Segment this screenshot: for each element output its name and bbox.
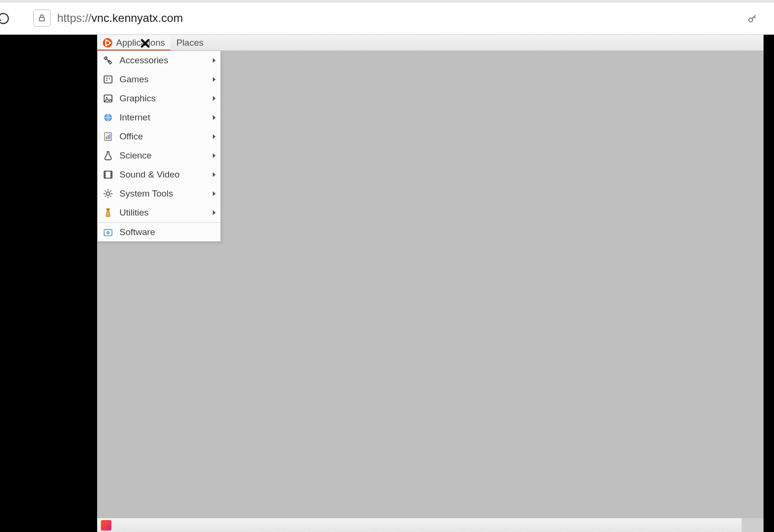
menu-item-science[interactable]: Science — [98, 146, 220, 165]
menu-item-office[interactable]: Office — [98, 127, 220, 146]
svg-point-11 — [106, 97, 108, 99]
svg-rect-16 — [109, 134, 110, 139]
svg-point-1 — [749, 18, 753, 22]
svg-point-9 — [109, 78, 110, 79]
svg-point-8 — [106, 80, 108, 81]
svg-rect-27 — [106, 208, 109, 210]
menu-item-label: Games — [119, 74, 209, 85]
applications-menu-label: Applications — [116, 38, 165, 48]
submenu-arrow-icon — [213, 58, 216, 63]
address-bar[interactable]: https://vnc.kennyatx.com — [57, 11, 183, 25]
svg-point-26 — [106, 192, 109, 195]
submenu-arrow-icon — [213, 210, 216, 215]
menu-item-accessories[interactable]: Accessories — [98, 51, 220, 70]
menu-item-games[interactable]: Games — [98, 70, 220, 89]
menu-item-label: Sound & Video — [119, 169, 209, 180]
menu-item-label: Utilities — [119, 207, 209, 218]
reload-icon — [0, 12, 10, 25]
svg-point-25 — [111, 177, 112, 177]
svg-point-4 — [109, 42, 111, 44]
svg-rect-0 — [40, 18, 45, 21]
browser-tab-strip — [0, 0, 774, 3]
menu-item-label: Accessories — [119, 55, 209, 66]
svg-point-24 — [111, 174, 112, 175]
menu-item-sound-video[interactable]: Sound & Video — [98, 165, 220, 184]
svg-point-23 — [111, 172, 112, 173]
menu-item-label: System Tools — [119, 188, 209, 199]
menu-item-utilities[interactable]: Utilities — [98, 203, 220, 222]
svg-rect-14 — [106, 137, 107, 139]
menu-item-system-tools[interactable]: System Tools — [98, 184, 220, 203]
internet-icon — [102, 112, 114, 123]
system-tools-icon — [102, 188, 114, 199]
menu-item-label: Science — [119, 150, 209, 161]
submenu-arrow-icon — [213, 115, 216, 120]
svg-point-21 — [105, 174, 106, 175]
games-icon — [102, 74, 114, 85]
submenu-arrow-icon — [213, 134, 216, 139]
show-desktop-button[interactable] — [101, 520, 111, 531]
accessories-icon — [102, 55, 114, 66]
svg-point-20 — [105, 172, 106, 173]
submenu-arrow-icon — [213, 96, 216, 101]
applications-menu-button[interactable]: Applications — [97, 35, 170, 50]
office-icon — [102, 131, 114, 142]
svg-point-6 — [105, 44, 107, 46]
places-menu-label: Places — [176, 38, 203, 48]
science-icon — [102, 150, 114, 161]
site-security-button[interactable] — [33, 10, 50, 27]
browser-toolbar: https://vnc.kennyatx.com — [0, 0, 774, 35]
applications-dropdown: AccessoriesGamesGraphicsInternetOfficeSc… — [97, 50, 221, 242]
menu-item-label: Internet — [119, 112, 209, 123]
reload-button[interactable] — [0, 11, 10, 26]
svg-rect-15 — [108, 135, 109, 139]
passwords-button[interactable] — [745, 11, 760, 26]
graphics-icon — [102, 93, 114, 104]
ubuntu-logo-icon — [103, 38, 112, 48]
page-viewport: Applications Places AccessoriesGamesGrap… — [0, 35, 774, 532]
utilities-icon — [102, 207, 114, 218]
bottom-panel — [97, 518, 764, 532]
submenu-arrow-icon — [213, 172, 216, 177]
menu-item-label: Software — [119, 227, 216, 237]
menu-item-label: Office — [119, 131, 209, 142]
menu-item-internet[interactable]: Internet — [98, 108, 220, 127]
url-scheme: https:// — [57, 11, 91, 24]
system-tray[interactable] — [742, 518, 764, 532]
svg-point-22 — [105, 177, 106, 177]
places-menu-button[interactable]: Places — [170, 35, 209, 50]
submenu-arrow-icon — [213, 191, 216, 196]
svg-point-5 — [105, 39, 107, 41]
submenu-arrow-icon — [213, 153, 216, 158]
sound-video-icon — [102, 169, 114, 180]
top-panel: Applications Places — [97, 35, 764, 51]
menu-item-graphics[interactable]: Graphics — [98, 89, 220, 108]
submenu-arrow-icon — [213, 77, 216, 82]
remote-desktop[interactable]: Applications Places AccessoriesGamesGrap… — [97, 35, 764, 532]
svg-rect-7 — [104, 76, 112, 83]
key-icon — [747, 13, 758, 24]
lock-icon — [38, 14, 46, 22]
url-host: vnc.kennyatx.com — [91, 11, 183, 24]
software-icon — [102, 227, 114, 238]
menu-item-label: Graphics — [119, 93, 209, 104]
menu-item-software[interactable]: Software — [98, 222, 220, 241]
